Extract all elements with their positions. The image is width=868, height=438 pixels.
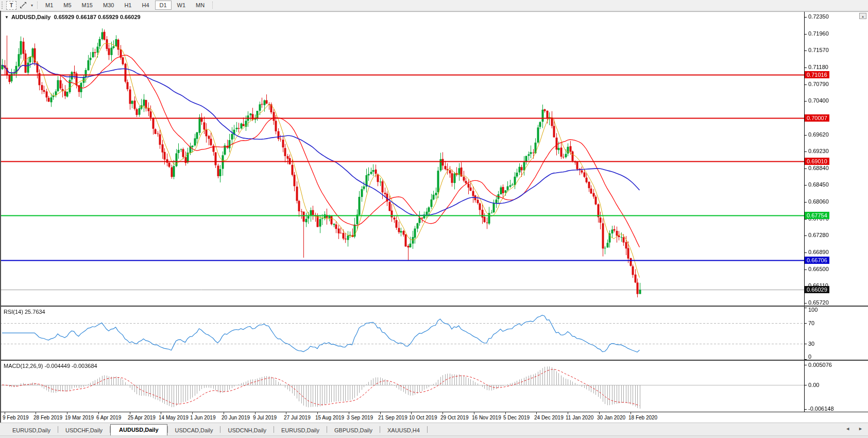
date-tick-label: 30 Jan 2020 xyxy=(597,415,625,420)
macd-chart-canvas[interactable] xyxy=(0,361,868,412)
diagonal-arrows-icon xyxy=(20,2,27,9)
date-tick-mark xyxy=(98,412,99,414)
date-tick-label: 10 Oct 2019 xyxy=(409,415,437,420)
timeframe-button-d1[interactable]: D1 xyxy=(155,1,172,10)
timeframe-button-m15[interactable]: M15 xyxy=(77,1,97,10)
macd-panel: MACD(12,26,9) -0.004449 -0.003684 0.0050… xyxy=(0,360,868,412)
timeframe-button-m5[interactable]: M5 xyxy=(59,1,76,10)
toolbar-separator-2 xyxy=(212,2,213,9)
chart-tab-usdchf-daily[interactable]: USDCHF,Daily xyxy=(58,426,110,435)
text-tool-button[interactable]: T xyxy=(6,1,16,10)
date-tick-label: 14 May 2019 xyxy=(159,415,189,420)
chart-title: ▼AUDUSD,Daily 0.65929 0.66187 0.65929 0.… xyxy=(4,14,142,20)
chart-symbol: AUDUSD,Daily xyxy=(11,14,50,20)
date-tick-mark xyxy=(161,412,161,414)
date-tick-label: 19 Mar 2019 xyxy=(65,415,94,420)
price-tick-label: 0.71960 xyxy=(808,30,829,37)
chart-tab-gbpusd-daily[interactable]: GBPUSD,Daily xyxy=(327,426,380,435)
date-tick-mark xyxy=(411,412,412,414)
timeframe-button-mn[interactable]: MN xyxy=(191,1,209,10)
macd-tick-label: -0.006148 xyxy=(808,406,834,412)
chart-tab-audusd-daily[interactable]: AUDUSD,Daily xyxy=(110,424,167,435)
rsi-axis[interactable]: 10070300 xyxy=(804,307,868,360)
rsi-label: RSI(14) 25.7634 xyxy=(4,309,45,315)
date-tick-label: 16 Nov 2019 xyxy=(472,415,501,420)
date-tick-label: 1 Jun 2019 xyxy=(190,415,216,420)
cursor-tool-button[interactable] xyxy=(18,1,29,10)
toolbar-separator xyxy=(37,2,38,9)
macd-label: MACD(12,26,9) -0.004449 -0.003684 xyxy=(4,363,97,369)
date-tick-mark xyxy=(505,412,506,414)
date-tick-mark xyxy=(349,412,349,414)
chart-window-left-border xyxy=(0,11,1,423)
price-tick-label: 0.71180 xyxy=(808,64,828,70)
date-tick-mark xyxy=(224,412,224,414)
tab-scroll-right-button[interactable]: ► xyxy=(858,426,863,431)
rsi-panel: RSI(14) 25.7634 10070300 xyxy=(0,306,868,360)
timeframe-button-m1[interactable]: M1 xyxy=(41,1,58,10)
symbol-dropdown-icon[interactable]: ▼ xyxy=(5,15,9,20)
resistance-line-badge: 0.71016 xyxy=(805,71,829,78)
date-tick-mark xyxy=(536,412,537,414)
chart-tab-usdcnh-daily[interactable]: USDCNH,Daily xyxy=(220,426,274,435)
timeframe-buttons: M1M5M15M30H1H4D1W1MN xyxy=(40,1,210,10)
macd-indicator-values: -0.004449 -0.003684 xyxy=(44,363,97,369)
tab-scroll-arrows: ◄ ► xyxy=(845,426,863,431)
tab-separator xyxy=(427,426,428,433)
date-tick-label: 20 Jun 2019 xyxy=(222,415,250,420)
date-tick-label: 21 Sep 2019 xyxy=(378,415,407,420)
rsi-tick-label: 30 xyxy=(808,341,814,347)
date-tick-label: 25 Apr 2019 xyxy=(128,415,156,420)
toolbar-drag-handle[interactable] xyxy=(2,2,4,9)
chart-tab-xauusd-h4[interactable]: XAUUSD,H4 xyxy=(380,426,427,435)
top-toolbar: T ▾ M1M5M15M30H1H4D1W1MN xyxy=(0,0,868,11)
price-chart-canvas[interactable] xyxy=(0,12,868,306)
date-tick-label: 5 Dec 2019 xyxy=(503,415,530,420)
date-tick-label: 3 Sep 2019 xyxy=(347,415,373,420)
macd-axis[interactable]: 0.0050760.00-0.006148 xyxy=(804,361,868,412)
date-tick-mark xyxy=(317,412,318,414)
date-tick-mark xyxy=(286,412,286,414)
chart-tabs: EURUSD,DailyUSDCHF,DailyAUDUSD,DailyUSDC… xyxy=(0,423,428,435)
date-tick-label: 24 Dec 2019 xyxy=(534,415,564,420)
chart-tab-eurusd-daily[interactable]: EURUSD,Daily xyxy=(274,426,327,435)
macd-tick-label: 0.00 xyxy=(808,382,819,388)
timeframe-button-h1[interactable]: H1 xyxy=(120,1,136,10)
price-tick-label: 0.72350 xyxy=(808,13,829,20)
support-line-badge: 0.66706 xyxy=(805,257,829,264)
date-tick-label: 28 Feb 2019 xyxy=(33,415,62,420)
chart-tab-usdcad-daily[interactable]: USDCAD,Daily xyxy=(168,426,220,435)
timeframe-button-h4[interactable]: H4 xyxy=(137,1,154,10)
status-strip xyxy=(0,435,868,438)
timeframe-button-w1[interactable]: W1 xyxy=(173,1,191,10)
macd-tick-label: 0.005076 xyxy=(808,362,832,368)
tool-dropdown-caret[interactable]: ▾ xyxy=(29,3,35,8)
rsi-tick-label: 0 xyxy=(808,353,811,360)
date-tick-label: 9 Feb 2019 xyxy=(3,415,29,420)
chart-ohlc-values: 0.65929 0.66187 0.65929 0.66029 xyxy=(54,14,140,20)
price-tick-label: 0.70790 xyxy=(808,81,829,87)
scroll-up-button[interactable]: ▴ xyxy=(859,13,866,19)
price-tick-label: 0.68060 xyxy=(808,198,829,205)
date-tick-label: 11 Jan 2020 xyxy=(566,415,593,420)
date-tick-mark xyxy=(255,412,256,414)
date-tick-label: 29 Oct 2019 xyxy=(440,415,468,420)
date-tick-mark xyxy=(568,412,568,414)
price-tick-label: 0.70400 xyxy=(808,97,829,104)
price-tick-label: 0.66500 xyxy=(808,266,829,272)
resistance-line-badge: 0.69010 xyxy=(805,158,829,165)
chart-tab-eurusd-daily[interactable]: EURUSD,Daily xyxy=(5,426,58,435)
date-tick-mark xyxy=(474,412,474,414)
date-tick-mark xyxy=(442,412,443,414)
price-tick-label: 0.68450 xyxy=(808,181,829,188)
date-tick-mark xyxy=(5,412,5,414)
tab-scroll-left-button[interactable]: ◄ xyxy=(845,426,850,431)
resistance-line-badge: 0.70007 xyxy=(805,114,829,122)
date-tick-mark xyxy=(67,412,67,414)
date-axis[interactable]: 9 Feb 201928 Feb 201919 Mar 20196 Apr 20… xyxy=(0,412,868,423)
rsi-chart-canvas[interactable] xyxy=(0,307,868,360)
timeframe-button-m30[interactable]: M30 xyxy=(98,1,118,10)
rsi-tick-label: 100 xyxy=(808,307,818,313)
macd-indicator-name: MACD(12,26,9) xyxy=(4,363,43,369)
current-price-badge: 0.66029 xyxy=(805,286,829,293)
